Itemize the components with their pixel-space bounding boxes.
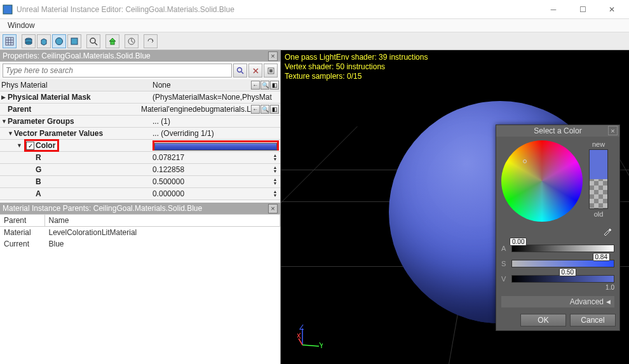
find-asset-icon[interactable]: 🔍 — [260, 81, 269, 90]
label-color: Color — [36, 141, 57, 150]
menubar: Window — [0, 19, 629, 32]
shader-stats: One pass LightEnv shader: 39 instruction… — [285, 53, 428, 81]
alpha-slider-label: A — [501, 245, 508, 252]
color-picker-close-button[interactable]: × — [608, 126, 618, 135]
find-asset-icon[interactable]: 🔍 — [260, 105, 269, 114]
color-override-checkbox[interactable]: ✓ — [26, 142, 34, 150]
parents-col-name[interactable]: Name — [44, 215, 280, 227]
svg-marker-9 — [41, 39, 46, 45]
expand-icon[interactable]: ▶ — [1, 94, 8, 100]
expand-icon[interactable]: ▼ — [1, 118, 8, 125]
toolbar-cylinder-icon[interactable] — [22, 34, 36, 48]
row-color[interactable]: ▼ ✓ Color — [0, 140, 280, 152]
browse-asset-icon[interactable]: ◧ — [270, 81, 279, 90]
properties-panel-close-button[interactable]: × — [268, 51, 278, 61]
label-vector-values: Vector Parameter Values — [14, 129, 103, 138]
value-phys-material: None — [152, 81, 171, 90]
row-g: G 0.122858▲▼ — [0, 164, 280, 176]
color-wheel-marker[interactable] — [523, 159, 527, 163]
row-vector-parameter-values[interactable]: ▼Vector Parameter Values ... (Overriding… — [0, 128, 280, 140]
value-slider-row: V 0.50 — [501, 274, 614, 284]
old-color-label: old — [594, 210, 604, 218]
new-old-swatch[interactable] — [589, 149, 608, 209]
shader-stat-line1: One pass LightEnv shader: 39 instruction… — [285, 53, 428, 62]
use-arrow-icon[interactable]: ← — [251, 81, 260, 90]
use-arrow-icon[interactable]: ← — [251, 105, 260, 114]
properties-panel-header: Properties: CeilingGoal.Materials.Solid.… — [0, 50, 280, 62]
spinner-a[interactable]: ▲▼ — [271, 190, 279, 198]
parents-panel-close-button[interactable]: × — [268, 204, 278, 213]
label-g: G — [36, 165, 41, 174]
value-slider[interactable]: 0.50 — [511, 275, 614, 283]
row-b: B 0.500000▲▼ — [0, 176, 280, 188]
toolbar-cube-icon[interactable] — [37, 34, 51, 48]
value-value-badge: 0.50 — [559, 268, 576, 276]
spinner-r[interactable]: ▲▼ — [271, 154, 279, 161]
window-maximize-button[interactable]: ☐ — [568, 0, 597, 19]
chevron-left-icon: ◀ — [606, 299, 611, 305]
parents-col-parent[interactable]: Parent — [0, 215, 44, 227]
svg-rect-0 — [3, 5, 12, 14]
color-picker-titlebar[interactable]: Select a Color × — [496, 125, 619, 137]
toolbar-find-icon[interactable] — [86, 34, 100, 48]
row-phys-material: Phys Material None ← 🔍 ◧ — [0, 79, 280, 91]
alpha-slider[interactable]: 0.00 — [511, 245, 614, 252]
value-b[interactable]: 0.500000 — [152, 177, 184, 186]
parents-table: Parent Name Material LevelColorationLitM… — [0, 215, 280, 250]
toolbar-plane-icon[interactable] — [67, 34, 81, 48]
grid-line — [281, 126, 281, 364]
ok-button[interactable]: OK — [520, 314, 566, 327]
browse-asset-icon[interactable]: ◧ — [270, 105, 279, 114]
search-go-icon[interactable] — [233, 64, 247, 78]
window-titlebar: Unreal Material Instance Editor: Ceiling… — [0, 0, 629, 19]
svg-line-18 — [132, 41, 133, 43]
toolbar-sync-icon[interactable] — [144, 34, 158, 48]
saturation-slider-row: S 0.84 — [501, 259, 614, 269]
label-parent: Parent — [8, 105, 31, 114]
value-r[interactable]: 0.078217 — [152, 153, 184, 162]
search-options-icon[interactable] — [264, 64, 278, 78]
axis-gizmo: Z X Y — [297, 325, 323, 350]
color-picker-title: Select a Color — [534, 126, 581, 135]
parents-row-material[interactable]: Material LevelColorationLitMaterial — [0, 227, 280, 239]
cancel-button[interactable]: Cancel — [570, 314, 616, 327]
value-param-groups: ... (1) — [152, 117, 170, 126]
advanced-toggle[interactable]: Advanced◀ — [501, 296, 614, 307]
row-parameter-groups[interactable]: ▼Parameter Groups ... (1) — [0, 116, 280, 128]
parents-panel-header: Material Instance Parents: CeilingGoal.M… — [0, 203, 280, 214]
shader-stat-line3: Texture samplers: 0/15 — [285, 72, 428, 81]
toolbar-home-icon[interactable] — [105, 34, 119, 48]
row-r: R 0.078217▲▼ — [0, 152, 280, 164]
color-parameter-highlight: ✓ Color — [24, 139, 59, 152]
search-clear-icon[interactable] — [248, 64, 262, 78]
spinner-b[interactable]: ▲▼ — [271, 178, 279, 185]
color-wheel[interactable] — [501, 140, 583, 222]
row-a: A 0.000000▲▼ — [0, 188, 280, 200]
toolbar-realtime-icon[interactable] — [125, 34, 139, 48]
properties-panel-title: Properties: CeilingGoal.Materials.Solid.… — [3, 51, 151, 60]
svg-point-19 — [237, 67, 241, 72]
row-physical-material-mask[interactable]: ▶Physical Material Mask (PhysMaterialMas… — [0, 91, 280, 104]
saturation-slider[interactable]: 0.84 — [511, 260, 614, 267]
eyedropper-icon[interactable] — [600, 224, 614, 238]
properties-column: Properties: CeilingGoal.Materials.Solid.… — [0, 50, 281, 364]
window-close-button[interactable]: ✕ — [597, 0, 626, 19]
expand-icon[interactable]: ▼ — [17, 142, 23, 149]
value-g[interactable]: 0.122858 — [152, 165, 184, 174]
label-param-groups: Parameter Groups — [8, 117, 74, 126]
svg-rect-24 — [269, 69, 273, 72]
window-minimize-button[interactable]: ─ — [539, 0, 568, 19]
svg-point-8 — [25, 42, 32, 44]
parents-row-current[interactable]: Current Blue — [0, 238, 280, 250]
menu-window[interactable]: Window — [4, 20, 39, 31]
spinner-g[interactable]: ▲▼ — [271, 166, 279, 173]
label-phys-material: Phys Material — [1, 81, 48, 90]
value-a[interactable]: 0.000000 — [152, 189, 184, 198]
toolbar-grid-icon[interactable] — [3, 34, 17, 48]
color-swatch[interactable] — [154, 143, 277, 151]
value-phys-mask: (PhysMaterialMask=None,PhysMat — [152, 93, 272, 102]
value-slider-label: V — [501, 275, 508, 283]
toolbar-sphere-icon[interactable] — [52, 34, 66, 48]
expand-icon[interactable]: ▼ — [8, 130, 14, 137]
search-input[interactable] — [3, 64, 232, 78]
